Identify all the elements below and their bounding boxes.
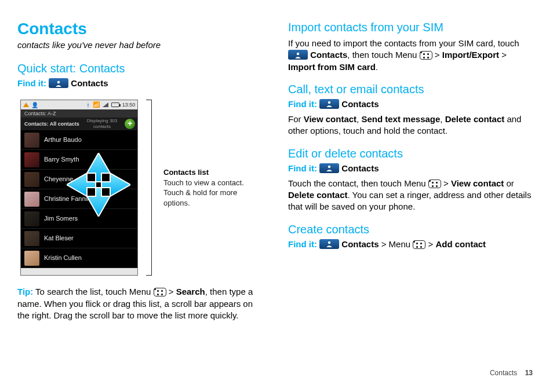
svg-point-0 [57, 80, 60, 83]
page-footer: Contacts 13 [490, 368, 533, 378]
svg-point-7 [328, 166, 330, 168]
menu-icon [428, 179, 441, 188]
find-it-line: Find it: Contacts [17, 78, 262, 89]
contact-name: Jim Somers [44, 214, 78, 223]
edit-paragraph: Touch the contact, then touch Menu > Vie… [288, 178, 533, 213]
find-it-line: Find it: Contacts > Menu > Add contact [288, 239, 533, 250]
filter-label: Contacts: All contacts [24, 120, 79, 127]
signal-icon [103, 102, 108, 107]
contacts-label: Contacts [341, 163, 379, 173]
avatar [24, 192, 39, 207]
menu-icon [154, 288, 166, 296]
find-it-label: Find it: [288, 99, 317, 109]
contacts-app-icon [319, 163, 339, 173]
svg-point-8 [328, 241, 330, 244]
find-it-label: Find it: [288, 163, 317, 173]
avatar [24, 172, 39, 187]
search-bold: Search [176, 287, 205, 296]
svg-point-5 [297, 53, 299, 55]
import-paragraph: If you need to import the contacts from … [288, 38, 533, 73]
find-it-line: Find it: Contacts [288, 98, 533, 110]
add-contact-plus-icon: + [125, 119, 135, 129]
callout-body: Touch to view a contact. Touch & hold fo… [163, 178, 262, 208]
alpha-index-bar: Contacts: A-Z [21, 109, 137, 118]
callout-title: Contacts list [163, 167, 262, 178]
menu-icon [420, 51, 432, 60]
contact-count: Displaying 303 contacts [79, 118, 125, 131]
menu-icon [413, 240, 425, 249]
quickstart-heading: Quick start: Contacts [17, 61, 262, 75]
list-item: Barry Smyth [21, 150, 137, 170]
list-item: Jim Somers [21, 209, 137, 229]
contacts-label: Contacts [71, 78, 108, 88]
page-title: Contacts [17, 20, 262, 38]
footer-page-number: 13 [525, 369, 533, 377]
tip-label: Tip: [17, 287, 33, 296]
contacts-filter-row: Contacts: All contacts Displaying 303 co… [21, 118, 137, 130]
create-heading: Create contacts [288, 222, 533, 236]
find-it-label: Find it: [288, 239, 317, 249]
phone-home-strip [21, 268, 137, 275]
import-heading: Import contacts from your SIM [288, 20, 533, 34]
contact-name: Christine Fanning [44, 195, 94, 203]
add-contact-bold: Add contact [435, 239, 486, 249]
tip-paragraph: Tip: To search the list, touch Menu > Se… [17, 286, 262, 321]
list-item: Christine Fanning [21, 189, 137, 209]
wifi-icon: 📶 [93, 102, 100, 108]
left-column: Contacts contacts like you've never had … [17, 20, 262, 328]
avatar [24, 231, 39, 246]
svg-point-6 [328, 101, 330, 104]
contacts-list-callout: Contacts list Touch to view a contact. T… [163, 167, 262, 208]
find-it-line: Find it: Contacts [288, 163, 533, 174]
avatar [24, 152, 39, 167]
list-item: Arthur Baudo [21, 130, 137, 150]
list-item: Kristin Cullen [21, 248, 137, 268]
contacts-app-icon [319, 239, 339, 249]
avatar [24, 251, 39, 266]
avatar [24, 211, 39, 226]
avatar [24, 133, 39, 148]
contact-name: Arthur Baudo [44, 135, 82, 144]
status-time: 13:50 [122, 101, 136, 108]
contacts-list: Arthur Baudo Barry Smyth Cheyenne Christ… [21, 130, 137, 268]
phone-illustration-wrap: 👤 ᚼ 📶 13:50 Contacts: A-Z Contacts: All … [20, 100, 262, 276]
bluetooth-icon: ᚼ [86, 101, 90, 109]
list-item: Kat Bleser [21, 229, 137, 248]
contact-name: Kristin Cullen [44, 254, 82, 262]
battery-icon [111, 102, 119, 107]
edit-heading: Edit or delete contacts [288, 146, 533, 160]
list-item: Cheyenne [21, 170, 137, 189]
contacts-label: Contacts [341, 239, 379, 249]
contacts-app-icon [49, 78, 68, 88]
contacts-app-icon [288, 50, 308, 60]
footer-section: Contacts [490, 369, 517, 377]
phone-mock: 👤 ᚼ 📶 13:50 Contacts: A-Z Contacts: All … [20, 100, 138, 276]
contacts-app-icon [319, 99, 339, 109]
warning-icon [23, 102, 29, 107]
status-person-icon: 👤 [31, 101, 38, 109]
status-bar: 👤 ᚼ 📶 13:50 [21, 100, 137, 109]
right-column: Import contacts from your SIM If you nee… [288, 20, 533, 328]
cte-heading: Call, text or email contacts [288, 82, 533, 96]
contacts-label: Contacts [341, 99, 379, 109]
contact-name: Cheyenne [44, 175, 73, 184]
contact-name: Barry Smyth [44, 155, 79, 164]
tagline: contacts like you've never had before [17, 39, 262, 51]
contact-name: Kat Bleser [44, 234, 74, 243]
cte-paragraph: For View contact, Send text message, Del… [288, 113, 533, 137]
callout-bracket [146, 100, 152, 276]
find-it-label: Find it: [17, 78, 46, 88]
